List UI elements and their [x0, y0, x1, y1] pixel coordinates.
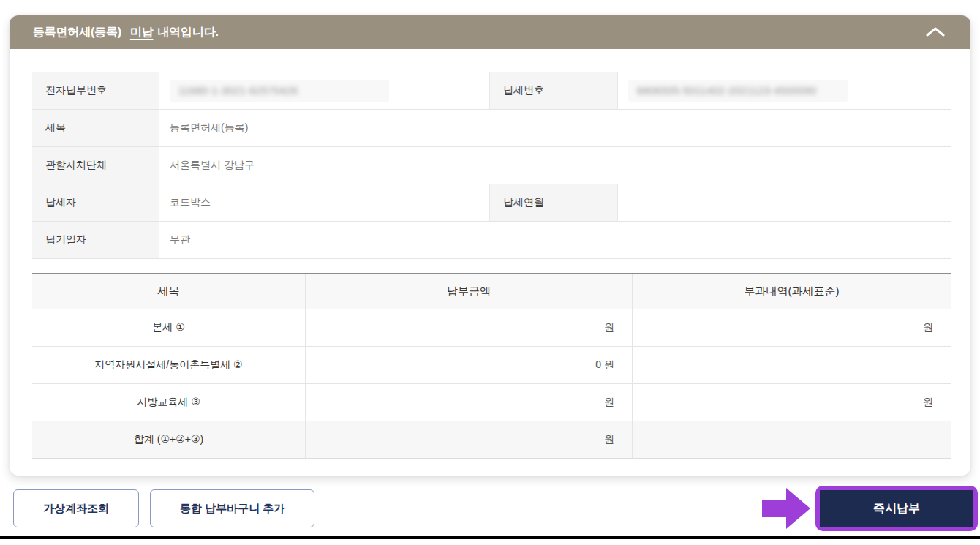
tax-item-label: 세목 [32, 110, 159, 146]
tax-info-table: 전자납부번호 11680-1-3021-62570426 납세번호 680650… [32, 72, 951, 259]
row-item: 지역자원시설세/농어촌특별세 ② [32, 347, 306, 383]
row-item: 합계 (①+②+③) [32, 421, 306, 458]
due-date-label: 납기일자 [32, 222, 159, 258]
section-divider [0, 536, 980, 539]
table-row: 세목 등록면허세(등록) [32, 110, 951, 147]
column-header-base: 부과내역(과세표준) [633, 274, 951, 309]
taxpayer-value: 코드박스 [159, 184, 490, 221]
row-item: 본세 ① [32, 309, 306, 346]
panel-body: 전자납부번호 11680-1-3021-62570426 납세번호 680650… [10, 49, 970, 459]
arrow-head [786, 488, 810, 529]
add-to-payment-cart-button[interactable]: 통합 납부바구니 추가 [150, 489, 314, 527]
tax-yearmonth-label: 납세연월 [490, 184, 618, 221]
action-bar: 가상계좌조회 통합 납부바구니 추가 즉시납부 [0, 484, 980, 533]
row-amount: 원 [306, 421, 633, 458]
arrow-shaft [762, 500, 786, 517]
row-base [633, 347, 951, 383]
table-row: 전자납부번호 11680-1-3021-62570426 납세번호 680650… [32, 72, 951, 110]
row-amount: 0 원 [306, 347, 633, 383]
tax-number-label: 납세번호 [490, 72, 618, 109]
table-row: 납기일자 무관 [32, 222, 951, 259]
amount-table: 세목 납부금액 부과내역(과세표준) 본세 ① 원 원 지역자원시설세/농어촌특… [32, 273, 951, 459]
redacted-tax-number: 6806505-5011402-2021123-4500090 [628, 80, 848, 102]
row-base [633, 421, 951, 458]
column-header-amount: 납부금액 [306, 274, 633, 309]
epay-number-value: 11680-1-3021-62570426 [159, 72, 490, 109]
collapse-button[interactable] [921, 23, 950, 42]
row-item: 지방교육세 ③ [32, 384, 306, 421]
table-row: 지역자원시설세/농어촌특별세 ② 0 원 [32, 347, 951, 384]
table-total-row: 합계 (①+②+③) 원 [32, 421, 951, 458]
row-base: 원 [633, 309, 951, 346]
row-amount: 원 [306, 309, 633, 346]
column-header-item: 세목 [32, 274, 306, 309]
district-value: 서울특별시 강남구 [159, 147, 951, 184]
tax-item-value: 등록면허세(등록) [159, 110, 951, 146]
due-date-value: 무관 [159, 222, 951, 258]
table-row: 관할자치단체 서울특별시 강남구 [32, 147, 951, 184]
pay-now-group: 즉시납부 [762, 486, 978, 531]
row-amount: 원 [306, 384, 633, 421]
pay-button-highlight-box: 즉시납부 [815, 486, 978, 531]
panel-title-suffix: 내역입니다. [157, 26, 218, 38]
tax-detail-panel: 등록면허세(등록)미납내역입니다. 전자납부번호 11680-1-3021-62… [10, 15, 970, 476]
tax-number-value: 6806505-5011402-2021123-4500090 [618, 72, 951, 109]
unpaid-status-label: 미납 [130, 26, 154, 38]
virtual-account-button[interactable]: 가상계좌조회 [13, 489, 139, 527]
highlight-arrow-icon [762, 488, 810, 529]
table-row: 지방교육세 ③ 원 원 [32, 384, 951, 421]
redacted-epay-number: 11680-1-3021-62570426 [170, 80, 389, 102]
table-row: 납세자 코드박스 납세연월 [32, 184, 951, 222]
tax-yearmonth-value [618, 184, 951, 221]
table-row: 본세 ① 원 원 [32, 309, 951, 347]
pay-now-button[interactable]: 즉시납부 [820, 490, 973, 527]
tax-type-title: 등록면허세(등록) [33, 26, 121, 38]
table-header-row: 세목 납부금액 부과내역(과세표준) [32, 274, 951, 309]
taxpayer-label: 납세자 [32, 184, 159, 221]
epay-number-label: 전자납부번호 [32, 72, 159, 109]
chevron-up-icon [924, 26, 947, 40]
panel-title: 등록면허세(등록)미납내역입니다. [33, 25, 219, 40]
district-label: 관할자치단체 [32, 147, 159, 184]
panel-header: 등록면허세(등록)미납내역입니다. [10, 15, 970, 49]
row-base: 원 [633, 384, 951, 421]
